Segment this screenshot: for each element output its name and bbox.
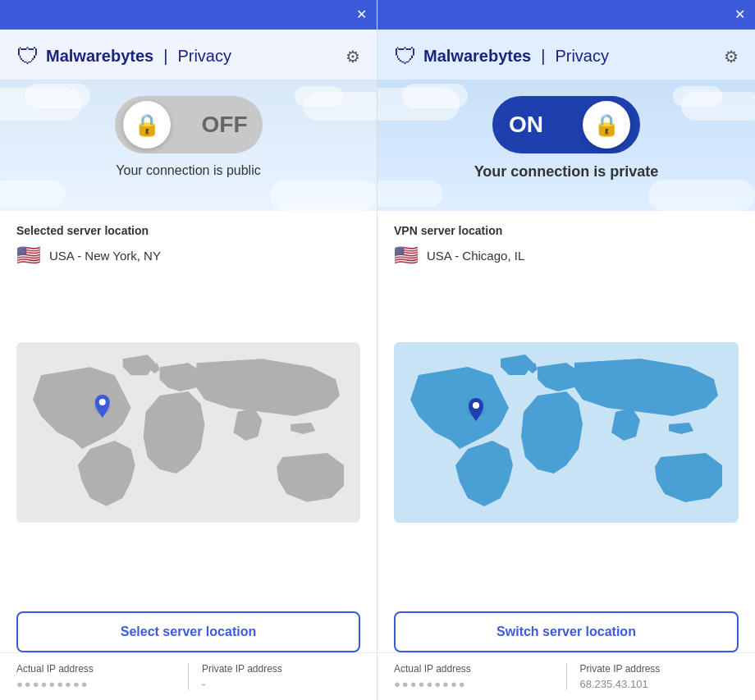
server-location-left: 🇺🇸 USA - New York, NY — [16, 244, 360, 267]
select-server-button[interactable]: Select server location — [16, 611, 360, 652]
vpn-toggle-left[interactable]: 🔒 OFF — [115, 96, 263, 153]
settings-button-left[interactable]: ⚙ — [345, 47, 360, 66]
private-ip-value-left: - — [202, 678, 360, 690]
svg-point-5 — [473, 402, 479, 409]
connection-status-left: Your connection is public — [116, 163, 260, 178]
private-ip-value-right: 68.235.43.101 — [580, 678, 739, 690]
header-right: 🛡 Malwarebytes | Privacy ⚙ — [378, 30, 755, 80]
vpn-toggle-right[interactable]: ON 🔒 — [492, 96, 640, 153]
logo-icon-right: 🛡 — [394, 43, 417, 70]
connection-status-right: Your connection is private — [474, 163, 659, 181]
private-ip-col-left: Private IP address - — [202, 663, 360, 690]
button-section-left: Select server location — [0, 611, 377, 652]
server-name-left: USA - New York, NY — [49, 249, 161, 263]
footer-left: Actual IP address ●●●●●●●●● Private IP a… — [0, 652, 377, 700]
map-right — [394, 277, 739, 588]
button-section-right: Switch server location — [378, 611, 755, 652]
private-ip-label-right: Private IP address — [580, 663, 739, 675]
toggle-knob-right: 🔒 — [583, 101, 630, 149]
toggle-area-left: 🔒 OFF Your connection is public — [0, 80, 377, 211]
lock-icon-left: 🔒 — [134, 112, 160, 138]
actual-ip-label-right: Actual IP address — [394, 663, 553, 675]
content-left: Selected server location 🇺🇸 USA - New Yo… — [0, 211, 377, 611]
logo-privacy-right: Privacy — [555, 47, 609, 66]
flag-right: 🇺🇸 — [394, 244, 419, 267]
left-panel: ✕ 🛡 Malwarebytes | Privacy ⚙ 🔒 OFF Your … — [0, 0, 378, 700]
right-panel: ✕ 🛡 Malwarebytes | Privacy ⚙ ON 🔒 Your c… — [378, 0, 755, 700]
content-right: VPN server location 🇺🇸 USA - Chicago, IL — [378, 211, 755, 611]
toggle-label-left: OFF — [202, 112, 254, 138]
title-bar-left: ✕ — [0, 0, 377, 30]
actual-ip-col-right: Actual IP address ●●●●●●●●● — [394, 663, 553, 690]
logo-text-right: Malwarebytes — [423, 47, 531, 66]
lock-icon-right: 🔒 — [593, 112, 620, 138]
server-location-right: 🇺🇸 USA - Chicago, IL — [394, 244, 739, 267]
settings-button-right[interactable]: ⚙ — [724, 47, 739, 66]
logo-divider-left: | — [163, 47, 167, 66]
actual-ip-value-left: ●●●●●●●●● — [16, 678, 175, 690]
footer-divider-right — [566, 663, 567, 690]
logo-right: 🛡 Malwarebytes | Privacy — [394, 43, 609, 70]
server-label-left: Selected server location — [16, 224, 360, 237]
private-ip-col-right: Private IP address 68.235.43.101 — [580, 663, 739, 690]
map-left — [16, 277, 360, 588]
toggle-knob-left: 🔒 — [123, 101, 171, 149]
logo-icon-left: 🛡 — [16, 43, 39, 70]
server-label-right: VPN server location — [394, 224, 739, 237]
logo-privacy-left: Privacy — [177, 47, 231, 66]
server-name-right: USA - Chicago, IL — [427, 249, 524, 263]
toggle-label-right: ON — [502, 112, 543, 138]
flag-left: 🇺🇸 — [16, 244, 41, 267]
svg-point-2 — [99, 399, 106, 405]
footer-divider-left — [188, 663, 189, 690]
logo-divider-right: | — [541, 47, 545, 66]
logo-text-left: Malwarebytes — [46, 47, 153, 66]
header-left: 🛡 Malwarebytes | Privacy ⚙ — [0, 30, 377, 80]
close-button-right[interactable]: ✕ — [734, 8, 745, 21]
switch-server-button[interactable]: Switch server location — [394, 611, 739, 652]
toggle-area-right: ON 🔒 Your connection is private — [378, 80, 755, 211]
actual-ip-value-right: ●●●●●●●●● — [394, 678, 553, 690]
actual-ip-col-left: Actual IP address ●●●●●●●●● — [16, 663, 175, 690]
title-bar-right: ✕ — [378, 0, 755, 30]
footer-right: Actual IP address ●●●●●●●●● Private IP a… — [378, 652, 755, 700]
logo-left: 🛡 Malwarebytes | Privacy — [16, 43, 231, 70]
close-button-left[interactable]: ✕ — [356, 8, 367, 21]
private-ip-label-left: Private IP address — [202, 663, 360, 675]
actual-ip-label-left: Actual IP address — [16, 663, 175, 675]
